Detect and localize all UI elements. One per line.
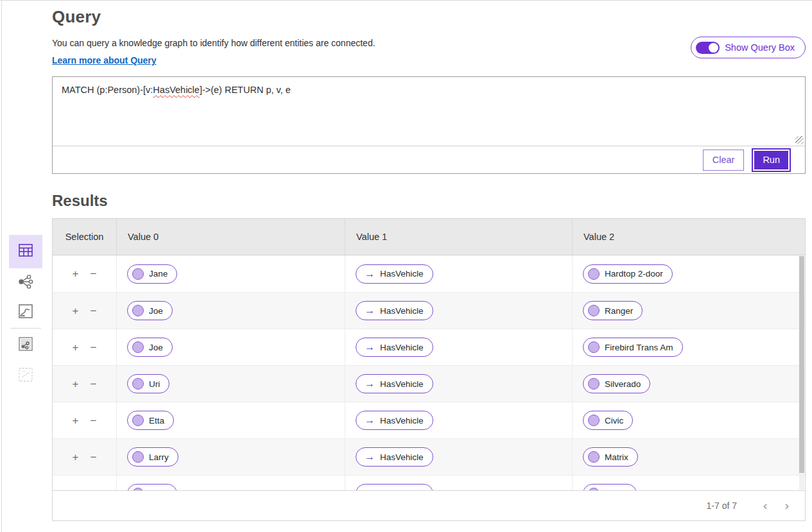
entity-chip[interactable]: Uri bbox=[127, 374, 169, 393]
entity-node-icon bbox=[132, 378, 144, 390]
table-row: + − Joe → HasVehicle Firebird Trans Am bbox=[53, 329, 805, 365]
entity-node-icon bbox=[132, 341, 144, 353]
table-view-icon bbox=[19, 244, 33, 259]
relationship-chip[interactable]: → HasVehicle bbox=[356, 264, 433, 284]
entity-node-icon bbox=[132, 268, 144, 280]
sidebar-item-map-view[interactable] bbox=[9, 298, 42, 327]
table-scrollbar[interactable] bbox=[799, 256, 804, 490]
add-to-selection-button[interactable]: + bbox=[73, 452, 79, 463]
relationship-arrow-icon: → bbox=[361, 452, 375, 462]
selection-cell: + − bbox=[53, 293, 116, 329]
show-query-box-toggle[interactable]: Show Query Box bbox=[691, 37, 806, 58]
entity-chip[interactable]: Ranger bbox=[583, 301, 643, 320]
query-input[interactable]: MATCH (p:Person)-[v:HasVehicle]->(e) RET… bbox=[53, 77, 805, 146]
sidebar-item-table-view[interactable] bbox=[9, 235, 42, 268]
entity-node-icon bbox=[588, 415, 600, 426]
value2-cell: Ranger bbox=[572, 293, 805, 329]
relationship-arrow-icon: → bbox=[361, 305, 375, 316]
value2-cell: Silverado bbox=[572, 366, 805, 402]
value1-cell: → HasVehicle bbox=[345, 293, 572, 329]
clear-button[interactable]: Clear bbox=[703, 150, 745, 171]
add-to-selection-button[interactable]: + bbox=[73, 268, 79, 279]
table-footer: 1-7 of 7 ‹ › bbox=[53, 490, 805, 520]
value0-cell: Jane bbox=[116, 255, 345, 292]
entity-chip[interactable]: Larry bbox=[127, 447, 178, 467]
pagination-range: 1-7 of 7 bbox=[707, 501, 737, 511]
relationship-arrow-icon: → bbox=[361, 342, 375, 352]
scrollbar-thumb[interactable] bbox=[799, 256, 804, 473]
link-chart-view-icon bbox=[18, 275, 33, 291]
entity-chip-label: Silverado bbox=[605, 379, 641, 389]
learn-more-link[interactable]: Learn more about Query bbox=[52, 55, 157, 65]
entity-chip[interactable]: Matrix bbox=[583, 447, 638, 467]
remove-from-selection-button[interactable]: − bbox=[91, 488, 97, 491]
entity-chip[interactable]: Etta bbox=[127, 411, 174, 430]
selection-cell: + − bbox=[53, 366, 116, 402]
remove-from-selection-button[interactable]: − bbox=[91, 305, 97, 316]
entity-chip[interactable]: Hardtop 2-door bbox=[583, 264, 673, 284]
relationship-chip-label: HasVehicle bbox=[380, 306, 424, 316]
entity-chip-label: Hardtop 2-door bbox=[605, 269, 663, 279]
entity-chip-label: Matrix bbox=[605, 452, 628, 462]
value1-cell: → HasVehicle bbox=[345, 255, 572, 292]
entity-chip[interactable]: Jane bbox=[127, 264, 177, 284]
sidebar-item-link-chart-view[interactable] bbox=[9, 268, 42, 298]
column-header-selection: Selection bbox=[53, 219, 116, 255]
remove-from-selection-button[interactable]: − bbox=[91, 379, 97, 390]
pagination-prev-icon[interactable]: ‹ bbox=[763, 499, 768, 512]
table-row: + − Joe → HasVehicle Ranger bbox=[53, 292, 805, 329]
selection-cell: + − bbox=[53, 402, 116, 438]
map-view-icon bbox=[19, 304, 33, 321]
remove-from-selection-button[interactable]: − bbox=[91, 342, 97, 353]
entity-chip-label: Firebird Trans Am bbox=[605, 343, 673, 352]
entity-node-icon bbox=[588, 488, 600, 490]
entity-chip[interactable]: Firebird Trans Am bbox=[583, 338, 683, 357]
relationship-chip[interactable]: → HasVehicle bbox=[356, 301, 433, 320]
table-body: + − Jane → HasVehicle Hardtop 2-door + − bbox=[53, 255, 805, 490]
remove-from-selection-button[interactable]: − bbox=[91, 452, 97, 463]
entity-chip[interactable]: Joe bbox=[127, 338, 173, 357]
relationship-chip[interactable]: → HasVehicle bbox=[356, 411, 433, 430]
selection-cell: + − bbox=[53, 476, 116, 490]
run-button[interactable]: Run bbox=[753, 150, 790, 171]
relationship-chip-label: HasVehicle bbox=[380, 343, 424, 352]
add-to-selection-button[interactable]: + bbox=[73, 415, 79, 426]
entity-node-icon bbox=[132, 415, 144, 426]
add-to-selection-button[interactable]: + bbox=[73, 342, 79, 353]
entity-node-icon bbox=[588, 305, 600, 316]
relationship-arrow-icon: → bbox=[361, 379, 375, 389]
relationship-arrow-icon: → bbox=[361, 488, 375, 490]
entity-chip-label: Jane bbox=[149, 489, 168, 491]
add-to-selection-button[interactable]: + bbox=[73, 379, 79, 390]
relationship-chip[interactable]: → HasVehicle bbox=[356, 484, 433, 490]
textarea-resize-grip[interactable] bbox=[795, 136, 804, 144]
table-row: + − Uri → HasVehicle Silverado bbox=[53, 365, 805, 402]
value0-cell: Joe bbox=[116, 293, 345, 329]
entity-chip[interactable]: Metro bbox=[583, 484, 637, 490]
column-header-value0: Value 0 bbox=[116, 219, 345, 255]
add-to-selection-button[interactable]: + bbox=[73, 305, 79, 316]
relationship-chip[interactable]: → HasVehicle bbox=[356, 338, 433, 357]
value2-cell: Firebird Trans Am bbox=[572, 329, 805, 365]
add-to-selection-button[interactable]: + bbox=[73, 488, 79, 491]
pagination-next-icon[interactable]: › bbox=[784, 499, 790, 512]
query-text-spellcheck: HasVehicle bbox=[153, 85, 200, 95]
entity-chip[interactable]: Civic bbox=[583, 411, 633, 430]
results-table: Selection Value 0 Value 1 Value 2 + − Ja… bbox=[52, 218, 806, 521]
column-header-value1: Value 1 bbox=[345, 219, 572, 255]
entity-chip[interactable]: Jane bbox=[127, 484, 177, 490]
query-box: MATCH (p:Person)-[v:HasVehicle]->(e) RET… bbox=[52, 76, 806, 174]
relationship-chip-label: HasVehicle bbox=[380, 269, 424, 279]
table-row: + − Jane → HasVehicle Metro bbox=[53, 475, 805, 490]
entity-chip[interactable]: Silverado bbox=[583, 374, 650, 393]
sidebar-item-add-to-link-chart[interactable] bbox=[9, 329, 42, 361]
relationship-chip[interactable]: → HasVehicle bbox=[356, 374, 433, 393]
remove-from-selection-button[interactable]: − bbox=[91, 268, 97, 279]
relationship-chip[interactable]: → HasVehicle bbox=[356, 447, 433, 467]
remove-from-selection-button[interactable]: − bbox=[91, 415, 97, 426]
table-header-row: Selection Value 0 Value 1 Value 2 bbox=[53, 219, 805, 255]
entity-node-icon bbox=[132, 305, 144, 316]
entity-chip[interactable]: Joe bbox=[127, 301, 173, 320]
entity-chip-label: Jane bbox=[149, 269, 168, 279]
table-rows: + − Jane → HasVehicle Hardtop 2-door + − bbox=[53, 255, 805, 490]
